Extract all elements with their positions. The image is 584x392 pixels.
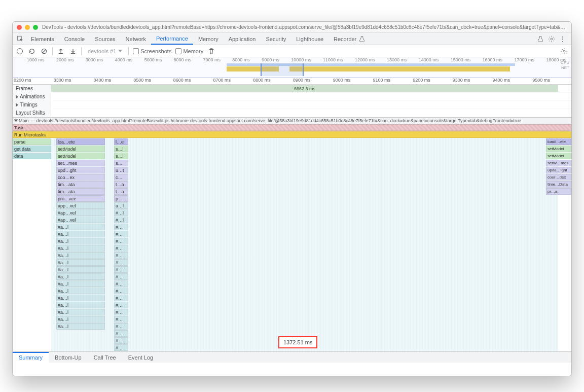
flame-bar-right[interactable]: coor…dex xyxy=(546,174,571,181)
flame-bar[interactable]: #a…l xyxy=(56,231,105,237)
save-profile-icon[interactable] xyxy=(69,47,77,55)
tab-memory[interactable]: Memory xyxy=(193,33,224,45)
flame-bar[interactable]: set…mes xyxy=(56,160,105,166)
flame-bar[interactable]: #… xyxy=(114,316,128,323)
flame-bar[interactable]: #… xyxy=(114,330,128,337)
flame-bar[interactable]: #a…l xyxy=(56,309,105,315)
details-tab-summary[interactable]: Summary xyxy=(13,352,49,363)
animations-track[interactable]: Animations xyxy=(13,93,571,101)
tab-application[interactable]: Application xyxy=(224,33,261,45)
frames-track[interactable]: Frames 6662.6 ms xyxy=(13,85,571,93)
flame-bar[interactable]: #a…l xyxy=(56,266,105,273)
settings-gear-icon[interactable] xyxy=(548,35,555,43)
flame-bar[interactable]: #a…l xyxy=(56,273,105,280)
garbage-collect-icon[interactable] xyxy=(207,47,215,55)
flame-bar[interactable]: t…a xyxy=(114,188,128,195)
flame-bar[interactable]: #a…l xyxy=(56,224,105,230)
flame-bar[interactable]: p… xyxy=(114,195,128,202)
flame-bar[interactable]: #… xyxy=(114,252,128,259)
details-tab-event-log[interactable]: Event Log xyxy=(122,352,160,363)
flame-bar-left-parse[interactable]: parse xyxy=(13,138,51,145)
flame-bar[interactable]: s…l xyxy=(114,146,128,152)
flame-bar[interactable]: #…l xyxy=(114,217,128,223)
flame-bar[interactable]: upd…ght xyxy=(56,167,105,173)
flame-bar[interactable]: #…l xyxy=(114,209,128,216)
flame-bar[interactable]: #a…l xyxy=(56,295,105,301)
flame-bar[interactable]: #… xyxy=(114,323,128,330)
flame-bar[interactable]: #a…l xyxy=(56,288,105,294)
flame-bar[interactable]: setModel xyxy=(56,153,105,159)
flame-bar-left-data[interactable]: data xyxy=(13,153,51,159)
tab-network[interactable]: Network xyxy=(121,33,151,45)
capture-settings-gear-icon[interactable] xyxy=(560,47,568,55)
flame-bar[interactable]: setModel xyxy=(56,146,105,152)
flame-bar[interactable]: #a…l xyxy=(56,323,105,330)
flame-bar[interactable]: #a…l xyxy=(56,259,105,266)
tab-performance[interactable]: Performance xyxy=(151,33,193,45)
flame-bar[interactable]: #… xyxy=(114,302,128,308)
flame-bar[interactable]: t…a xyxy=(114,181,128,188)
flame-bar-right[interactable]: loadi…ete xyxy=(546,138,571,145)
flame-bar[interactable]: #… xyxy=(114,337,128,344)
load-profile-icon[interactable] xyxy=(57,47,65,55)
expand-icon[interactable] xyxy=(16,103,18,107)
memory-checkbox[interactable]: Memory xyxy=(175,48,203,54)
flame-bar[interactable]: s… xyxy=(114,160,128,166)
flame-bar[interactable]: #… xyxy=(114,280,128,287)
flame-bar[interactable]: #a…l xyxy=(56,252,105,259)
flame-bar[interactable]: pro…ace xyxy=(56,195,105,202)
flame-bar-task[interactable]: Task xyxy=(13,124,571,131)
flame-bar[interactable]: #a…l xyxy=(56,280,105,287)
reload-record-button[interactable] xyxy=(28,47,36,55)
flame-bar[interactable]: #… xyxy=(114,266,128,273)
layout-shifts-track[interactable]: Layout Shifts xyxy=(13,109,571,117)
flame-bar[interactable]: tim…ata xyxy=(56,188,105,195)
main-thread-header[interactable]: Main — devtools://devtools/bundled/devto… xyxy=(13,117,571,124)
flame-bar[interactable]: tim…ata xyxy=(56,181,105,188)
frame-duration-bar[interactable]: 6662.6 ms xyxy=(51,85,558,92)
flame-bar[interactable]: u…t xyxy=(114,167,128,173)
flame-bar-microtasks[interactable]: Run Microtasks xyxy=(13,131,571,138)
flame-bar-right[interactable]: time…Data xyxy=(546,181,571,188)
tab-security[interactable]: Security xyxy=(261,33,291,45)
flame-bar[interactable]: #… xyxy=(114,309,128,315)
flame-bar[interactable]: loa…ete xyxy=(56,138,105,145)
inspect-element-icon[interactable] xyxy=(15,33,26,45)
flame-bar[interactable]: #… xyxy=(114,344,128,351)
clear-button[interactable] xyxy=(40,47,48,55)
expand-icon[interactable] xyxy=(16,95,18,99)
flame-bar-left-get-data[interactable]: get data xyxy=(13,146,51,152)
flame-bar[interactable]: #a…l xyxy=(56,238,105,244)
flame-bar[interactable]: a…l xyxy=(114,202,128,209)
record-button[interactable] xyxy=(16,47,24,55)
flame-bar[interactable]: app…vel xyxy=(56,202,105,209)
flame-bar[interactable]: s…l xyxy=(114,153,128,159)
flame-bar[interactable]: c… xyxy=(114,174,128,181)
flame-bar[interactable]: #… xyxy=(114,273,128,280)
tab-sources[interactable]: Sources xyxy=(90,33,120,45)
tab-recorder[interactable]: Recorder xyxy=(328,33,371,45)
flame-bar-right[interactable]: setW…mes xyxy=(546,160,571,166)
flame-bar[interactable]: #ap…vel xyxy=(56,209,105,216)
details-tab-call-tree[interactable]: Call Tree xyxy=(88,352,122,363)
time-ruler[interactable]: 8200 ms8300 ms8400 ms8500 ms8600 ms8700 … xyxy=(13,78,571,85)
flame-bar-right[interactable]: upda…ight xyxy=(546,167,571,173)
timeline-overview[interactable]: 1000 ms2000 ms3000 ms4000 ms5000 ms6000 … xyxy=(13,57,571,78)
flame-bar[interactable]: #… xyxy=(114,245,128,252)
more-menu-icon[interactable]: ⋮ xyxy=(559,35,566,43)
timings-track[interactable]: Timings xyxy=(13,101,571,109)
tab-lighthouse[interactable]: Lighthouse xyxy=(291,33,328,45)
flame-bar-right[interactable]: setModel xyxy=(546,153,571,159)
screenshots-checkbox[interactable]: Screenshots xyxy=(133,48,171,54)
flamechart-tracks[interactable]: Frames 6662.6 ms Animations Timings Layo… xyxy=(13,85,571,363)
collapse-icon[interactable] xyxy=(14,120,18,122)
details-tab-bottom-up[interactable]: Bottom-Up xyxy=(49,352,88,363)
tab-console[interactable]: Console xyxy=(59,33,90,45)
flame-bar[interactable]: #… xyxy=(114,238,128,244)
flame-bar-right[interactable]: pr…a xyxy=(546,188,571,195)
flame-bar[interactable]: #ap…vel xyxy=(56,217,105,223)
profile-selector[interactable]: devtools #1 xyxy=(86,47,124,55)
flame-bar[interactable]: #a…l xyxy=(56,245,105,252)
tab-elements[interactable]: Elements xyxy=(26,33,59,45)
flame-bar[interactable]: #… xyxy=(114,231,128,237)
